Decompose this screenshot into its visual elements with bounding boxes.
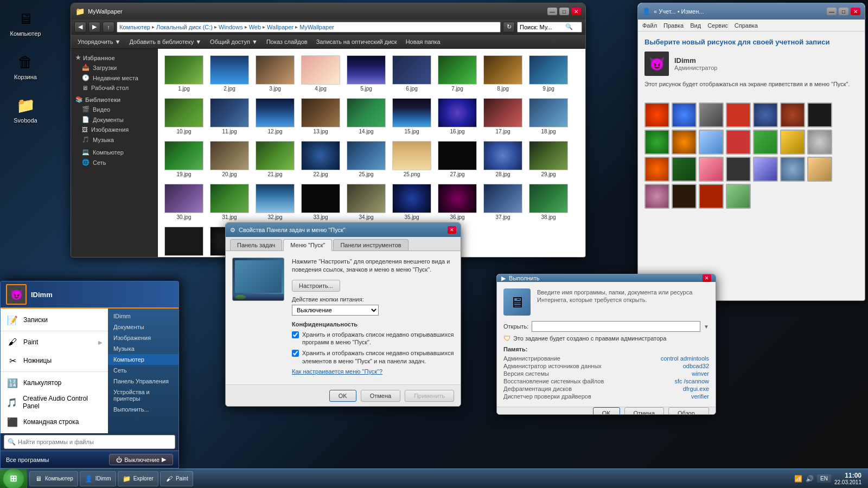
file-item[interactable]: 15.jpg <box>390 96 433 137</box>
picture-item[interactable] <box>644 102 669 127</box>
back-btn[interactable]: ◀ <box>74 22 86 33</box>
picture-item[interactable] <box>726 184 751 209</box>
explorer-close-btn[interactable]: ✕ <box>571 8 581 15</box>
start-item-записки[interactable]: 📝Записки <box>1 311 108 329</box>
start-right-item-idimm[interactable]: IDimm <box>108 311 178 322</box>
start-right-item-документы[interactable]: Документы <box>108 322 178 332</box>
file-item[interactable]: 21.jpg <box>253 139 297 179</box>
file-item[interactable]: 3.jpg <box>253 53 297 94</box>
picture-item[interactable] <box>807 102 832 127</box>
account-menu-help[interactable]: Справка <box>735 22 758 29</box>
picture-item[interactable] <box>726 157 751 182</box>
file-item[interactable]: 10.jpg <box>162 96 206 137</box>
taskbar-item-idimm[interactable]: 👤IDimm <box>80 471 116 486</box>
tab-start-menu[interactable]: Меню "Пуск" <box>283 239 332 251</box>
system-clock[interactable]: 11:00 22.03.2011 <box>834 472 864 485</box>
desktop-icon-recycle[interactable]: 🗑 Корзина <box>7 49 44 82</box>
all-programs-link[interactable]: Все программы <box>6 457 49 463</box>
file-item[interactable]: 38.jpg <box>527 182 570 222</box>
cancel-btn[interactable]: Отмена <box>361 390 400 402</box>
start-right-item-компьютер[interactable]: Компьютер <box>108 354 178 365</box>
run-cancel-btn[interactable]: Отмена <box>624 407 664 415</box>
picture-item[interactable] <box>753 157 778 182</box>
file-item[interactable]: 2.jpg <box>208 53 251 94</box>
crumb-disk[interactable]: Локальный диск (C:) <box>156 24 213 30</box>
picture-item[interactable] <box>780 157 805 182</box>
file-item[interactable]: 9.jpg <box>527 53 570 94</box>
account-menu-service[interactable]: Сервис <box>707 22 728 29</box>
start-item-creative-audio-control-panel[interactable]: 🎵Creative Audio Control Panel <box>1 392 108 413</box>
account-menu-file[interactable]: Файл <box>642 22 657 29</box>
picture-item[interactable] <box>807 157 832 182</box>
picture-item[interactable] <box>753 102 778 127</box>
file-item[interactable]: 1.jpg <box>162 53 206 94</box>
start-button[interactable]: ⊞ <box>0 469 27 489</box>
share-btn[interactable]: Общий доступ ▼ <box>208 37 260 46</box>
file-item[interactable]: 8.jpg <box>481 53 525 94</box>
start-item-ножницы[interactable]: ✂Ножницы <box>1 351 108 370</box>
picture-item[interactable] <box>807 130 832 155</box>
picture-item[interactable] <box>780 130 805 155</box>
file-item[interactable]: 18.jpg <box>527 96 570 137</box>
tray-network-icon[interactable]: 📶 <box>794 475 802 483</box>
file-item[interactable]: 33.jpg <box>299 182 342 222</box>
picture-item[interactable] <box>780 102 805 127</box>
burn-btn[interactable]: Записать на оптический диск <box>314 37 399 46</box>
explorer-minimize-btn[interactable]: — <box>547 8 557 15</box>
file-item[interactable]: 27.jpg <box>436 139 479 179</box>
refresh-btn[interactable]: ↻ <box>503 22 515 33</box>
recent-items-checkbox[interactable] <box>292 350 299 357</box>
picture-item[interactable] <box>699 130 724 155</box>
file-item[interactable]: 4.jpg <box>299 53 342 94</box>
file-item[interactable]: 29.jpg <box>527 139 570 179</box>
help-link[interactable]: Как настраивается меню "Пуск"? <box>292 368 454 375</box>
file-item[interactable]: 17.jpg <box>481 96 525 137</box>
file-item[interactable]: 22.jpg <box>299 139 342 179</box>
start-search-box[interactable]: 🔍 <box>4 435 175 449</box>
account-minimize-btn[interactable]: — <box>827 8 837 15</box>
power-select[interactable]: Выключение <box>292 305 379 316</box>
picture-item[interactable] <box>672 184 697 209</box>
picture-item[interactable] <box>644 184 669 209</box>
taskbar-item-paint[interactable]: 🖌Paint <box>160 471 193 486</box>
desktop-icon-computer[interactable]: 🖥 Компьютер <box>7 5 44 39</box>
search-input[interactable] <box>520 24 563 30</box>
sidebar-item-documents[interactable]: 📄 Документы <box>71 114 157 125</box>
start-right-item-выполнить[interactable]: Выполнить... <box>108 404 178 415</box>
file-item[interactable]: 6.jpg <box>390 53 433 94</box>
picture-item[interactable] <box>644 130 669 155</box>
file-item[interactable]: 5.jpg <box>344 53 388 94</box>
run-input[interactable] <box>532 321 700 332</box>
run-ok-btn[interactable]: OK <box>593 407 620 415</box>
sidebar-item-recent[interactable]: 🕐 Недавние места <box>71 73 157 83</box>
account-menu-edit[interactable]: Правка <box>663 22 684 29</box>
shutdown-btn[interactable]: ⏻ Выключение ▶ <box>109 454 173 465</box>
crumb-wallpaper[interactable]: Wallpaper <box>267 24 293 30</box>
sidebar-item-computer[interactable]: 💻 Компьютер <box>71 147 157 157</box>
picture-item[interactable] <box>672 157 697 182</box>
file-item[interactable]: 36.jpg <box>436 182 479 222</box>
account-menu-view[interactable]: Вид <box>690 22 701 29</box>
picture-item[interactable] <box>726 102 751 127</box>
recent-programs-checkbox[interactable] <box>292 331 299 338</box>
file-item[interactable]: 16.jpg <box>436 96 479 137</box>
file-item[interactable]: 25.jpg <box>344 139 388 179</box>
picture-item[interactable] <box>672 130 697 155</box>
start-right-item-музыка[interactable]: Музыка <box>108 343 178 354</box>
file-item[interactable]: 13.jpg <box>299 96 342 137</box>
file-item[interactable]: 11.jpg <box>208 96 251 137</box>
file-item[interactable]: 34.jpg <box>344 182 388 222</box>
taskbar-dialog-close-btn[interactable]: ✕ <box>448 226 456 234</box>
forward-btn[interactable]: ▶ <box>88 22 100 33</box>
picture-item[interactable] <box>753 130 778 155</box>
file-item[interactable]: 30.jpg <box>162 182 206 222</box>
sidebar-item-music[interactable]: 🎵 Музыка <box>71 134 157 145</box>
start-item-командная-строка[interactable]: ⬛Командная строка <box>1 413 108 431</box>
start-right-item-изображения[interactable]: Изображения <box>108 332 178 343</box>
picture-item[interactable] <box>672 102 697 127</box>
file-item[interactable]: 19.jpg <box>162 139 206 179</box>
start-search-input[interactable] <box>18 439 171 445</box>
crumb-windows[interactable]: Windows <box>219 24 243 30</box>
file-item[interactable]: 25.png <box>390 139 433 179</box>
file-item[interactable]: 20.jpg <box>208 139 251 179</box>
